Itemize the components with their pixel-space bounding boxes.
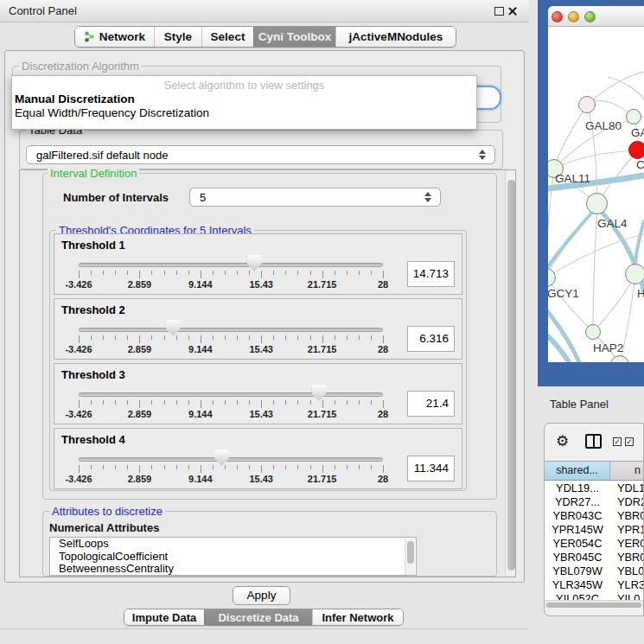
threshold-2-scale-labels: -3.4262.8599.14415.4321.71528	[79, 344, 383, 356]
table-row[interactable]: YDL19...YDL1	[545, 481, 644, 495]
threshold-3-panel: Threshold 3 -3.4262.8599.14415.4321.7152…	[54, 363, 462, 424]
attributes-scrollbar-thumb[interactable]	[407, 541, 414, 564]
apply-button[interactable]: Apply	[233, 586, 290, 605]
node-label-clipped-c: C	[636, 158, 644, 171]
threshold-2-value-field[interactable]: 6.316	[407, 326, 455, 352]
table-hscrollbar-thumb[interactable]	[546, 603, 641, 608]
table-data-combobox[interactable]: galFiltered.sif default node	[26, 145, 495, 164]
network-window: GAL80 GA C GAL11 GAL4 GCY1 H HAP2	[548, 6, 644, 362]
node-gal4[interactable]	[586, 193, 608, 214]
float-window-icon[interactable]	[494, 7, 504, 16]
algorithm-item-equal-width[interactable]: Equal Width/Frequency Discretization	[12, 105, 476, 119]
threshold-4-value-field[interactable]: 11.344	[407, 456, 455, 481]
algorithm-item-manual[interactable]: Manual Discretization	[12, 92, 476, 105]
panel-title: Control Panel	[9, 4, 77, 17]
tab-discretize-data[interactable]: Discretize Data	[204, 609, 312, 625]
discretization-algorithm-title: Discretization Algorithm	[19, 61, 142, 72]
threshold-3-slider-track[interactable]	[79, 392, 383, 397]
node-hap2[interactable]	[585, 324, 601, 340]
tab-infer-network[interactable]: Infer Network	[312, 609, 403, 625]
threshold-2-panel: Threshold 2 -3.4262.8599.14415.4321.7152…	[54, 298, 462, 360]
column-view-icon[interactable]	[585, 434, 602, 449]
threshold-2-slider-handle[interactable]	[166, 320, 181, 336]
threshold-3-ticks	[79, 400, 383, 409]
tab-select[interactable]: Select	[201, 27, 253, 47]
node-label-gcy1: GCY1	[548, 287, 579, 300]
threshold-4-label: Threshold 4	[61, 433, 125, 446]
attribute-item[interactable]: SelfLoops	[50, 538, 416, 551]
minimize-traffic-light-icon[interactable]	[568, 11, 579, 22]
node-top-right[interactable]	[626, 109, 641, 124]
gear-icon[interactable]: ⚙	[556, 434, 569, 449]
column-header-shared[interactable]: shared...	[545, 462, 610, 480]
zoom-traffic-light-icon[interactable]	[584, 11, 596, 22]
network-window-titlebar	[548, 6, 644, 27]
algorithm-dropdown-popup: Select algorithm to view settings Manual…	[11, 75, 477, 130]
close-traffic-light-icon[interactable]	[552, 11, 563, 22]
table-row[interactable]: YBR043CYBR0	[545, 509, 644, 523]
tab-style[interactable]: Style	[154, 27, 201, 47]
node-label-gal11: GAL11	[555, 172, 590, 185]
threshold-1-slider-track[interactable]	[79, 263, 383, 267]
node-label-clipped-ga: GA	[631, 126, 644, 139]
table-row[interactable]: YPR145WYPR1	[545, 523, 644, 537]
numerical-attributes-label: Numerical Attributes	[49, 521, 159, 534]
threshold-1-scale-labels: -3.4262.8599.14415.4321.71528	[79, 279, 383, 291]
column-header-name[interactable]: n	[610, 462, 644, 480]
threshold-2-slider-track[interactable]	[79, 328, 383, 332]
attribute-item[interactable]: BetweennessCentrality	[50, 563, 416, 576]
node-label-gal80: GAL80	[585, 119, 622, 132]
threshold-3-value-field[interactable]: 21.4	[407, 391, 455, 417]
table-browser-panel: ⚙ ✓ ✓ shared... n YDL19...YDL1YDR27...YD…	[544, 423, 644, 616]
node-gal80[interactable]	[578, 96, 596, 113]
tab-cyni-toolbox[interactable]: Cyni Toolbox	[253, 27, 335, 47]
threshold-3-slider-handle[interactable]	[312, 385, 327, 401]
table-data-value: galFiltered.sif default node	[36, 149, 168, 162]
table-row[interactable]: YDR27...YDR2	[545, 495, 644, 509]
table-panel-title: Table Panel	[550, 398, 609, 411]
numerical-attributes-list[interactable]: SelfLoopsTopologicalCoefficientBetweenne…	[49, 537, 417, 576]
attributes-group-title: Attributes to discretize	[49, 506, 165, 517]
threshold-4-ticks	[79, 465, 383, 474]
number-of-intervals-label: Number of Intervals	[63, 191, 169, 204]
number-of-intervals-spinner[interactable]: 5	[189, 188, 441, 207]
threshold-1-ticks	[79, 271, 383, 279]
threshold-4-slider-handle[interactable]	[214, 450, 229, 466]
threshold-1-panel: Threshold 1 -3.4262.8599.14415.4321.7152…	[54, 233, 462, 295]
threshold-4-scale-labels: -3.4262.8599.14415.4321.71528	[79, 474, 383, 486]
threshold-4-slider-track[interactable]	[79, 457, 383, 462]
threshold-2-ticks	[79, 335, 383, 344]
node-label-hap2: HAP2	[593, 341, 623, 354]
table-row[interactable]: YLR345WYLR3	[545, 578, 644, 592]
attribute-item[interactable]: TopologicalCoefficient	[50, 551, 416, 564]
algorithm-hint-item[interactable]: Select algorithm to view settings	[12, 76, 476, 92]
node-selected-red[interactable]	[628, 141, 644, 159]
attributes-scrollbar[interactable]	[405, 539, 415, 576]
table-rows[interactable]: YDL19...YDL1YDR27...YDR2YBR043CYBR0YPR14…	[545, 481, 644, 600]
node-label-clipped-h: H	[637, 287, 644, 300]
threshold-1-label: Threshold 1	[61, 239, 125, 252]
footer-divider	[0, 628, 529, 629]
control-panel-titlebar: Control Panel	[0, 0, 529, 22]
table-row[interactable]: YBL079WYBL0	[545, 564, 644, 578]
network-canvas[interactable]: GAL80 GA C GAL11 GAL4 GCY1 H HAP2	[548, 27, 644, 362]
main-scrollbar-thumb[interactable]	[507, 180, 515, 571]
close-icon[interactable]	[507, 6, 518, 16]
main-scrollbar[interactable]	[505, 171, 515, 576]
tab-jactivemnodules[interactable]: jActiveMNodules	[335, 27, 456, 47]
threshold-2-label: Threshold 2	[61, 303, 125, 316]
checkbox-icon-1[interactable]: ✓	[613, 437, 622, 446]
threshold-1-slider-handle[interactable]	[247, 255, 262, 271]
table-row[interactable]: YER054CYER0	[545, 537, 644, 551]
node-right-mid[interactable]	[625, 264, 644, 284]
tab-impute-data[interactable]: Impute Data	[124, 609, 204, 625]
checkbox-icon-2[interactable]: ✓	[625, 437, 634, 446]
tab-network[interactable]: Network	[75, 27, 154, 47]
table-header-row: shared... n	[545, 461, 644, 481]
table-row[interactable]: YIL052CYIL0	[545, 592, 644, 600]
table-toolbar: ⚙ ✓ ✓	[545, 424, 643, 461]
table-hscrollbar[interactable]	[545, 600, 644, 608]
threshold-1-value-field[interactable]: 14.713	[407, 261, 455, 287]
network-icon	[84, 31, 95, 42]
table-row[interactable]: YBR045CYBR0	[545, 551, 644, 564]
